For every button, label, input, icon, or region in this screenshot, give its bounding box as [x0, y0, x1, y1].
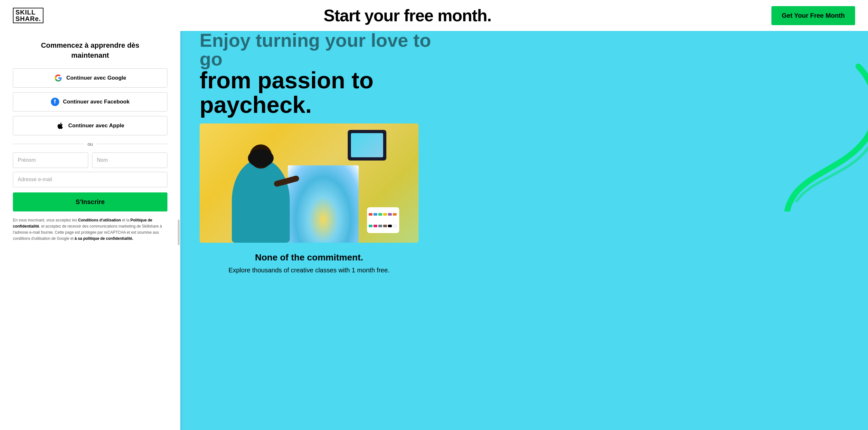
palette-green	[378, 213, 382, 216]
hero-line-bottom: from passion to paycheck.	[199, 68, 431, 117]
hero-line-top: Enjoy turning your love to go	[199, 31, 431, 68]
divider-text: ou	[88, 141, 93, 147]
palette-black	[388, 225, 392, 227]
hero-text: Enjoy turning your love to go from passi…	[199, 31, 431, 117]
palette-pink	[373, 225, 377, 227]
palette-purple	[388, 213, 392, 216]
artist-hair	[248, 149, 274, 167]
paint-palette	[367, 207, 399, 233]
scrollbar[interactable]	[178, 220, 180, 245]
signup-button[interactable]: S'Inscrire	[13, 193, 167, 211]
email-input[interactable]	[13, 172, 167, 187]
logo-line2: SHARe.	[16, 16, 41, 22]
google-btn-label: Continuer avec Google	[66, 75, 126, 81]
divider-line-right	[97, 144, 167, 144]
header: SKILL SHARe. Start your free month. Get …	[0, 0, 868, 31]
palette-grey	[378, 225, 382, 227]
tablet-screen	[351, 133, 383, 157]
palette-red	[369, 213, 373, 216]
commitment-section: None of the commitment. Explore thousand…	[199, 252, 418, 274]
apple-signin-button[interactable]: Continuer avec Apple	[13, 116, 167, 135]
palette-teal	[369, 225, 373, 227]
or-divider: ou	[13, 141, 167, 147]
artist-image	[199, 123, 418, 243]
hero-panel: Enjoy turning your love to go from passi…	[180, 31, 868, 430]
facebook-icon: f	[51, 98, 59, 106]
apple-btn-label: Continuer avec Apple	[68, 122, 124, 129]
legal-text: En vous inscrivant, vous acceptez les Co…	[13, 217, 167, 242]
header-title: Start your free month.	[43, 6, 771, 25]
artist-scene	[199, 123, 418, 243]
tablet-device	[348, 130, 386, 161]
palette-white	[393, 225, 397, 227]
commitment-heading: None of the commitment.	[199, 252, 418, 263]
firstname-input[interactable]	[13, 152, 88, 168]
palette-orange	[393, 213, 397, 216]
name-fields-row	[13, 152, 167, 168]
commitment-subtext: Explore thousands of creative classes wi…	[199, 266, 418, 274]
skillshare-logo: SKILL SHARe.	[13, 8, 43, 23]
apple-icon	[56, 121, 64, 130]
palette-blue	[373, 213, 377, 216]
palette-yellow	[383, 213, 387, 216]
logo-line1: SKILL	[16, 9, 41, 16]
get-free-month-button[interactable]: Get Your Free Month	[771, 6, 855, 25]
lastname-input[interactable]	[92, 152, 167, 168]
palette-brown	[383, 225, 387, 227]
facebook-signin-button[interactable]: f Continuer avec Facebook	[13, 92, 167, 112]
green-swirl-decoration	[762, 50, 868, 211]
google-signin-button[interactable]: Continuer avec Google	[13, 68, 167, 88]
form-heading: Commencez à apprendre dès maintenant	[13, 40, 167, 61]
google-icon	[54, 74, 62, 82]
artist-body	[232, 159, 290, 243]
divider-line-left	[13, 144, 84, 144]
facebook-btn-label: Continuer avec Facebook	[63, 98, 130, 105]
signup-panel: Commencez à apprendre dès maintenant Con…	[0, 31, 180, 430]
main-content: Commencez à apprendre dès maintenant Con…	[0, 31, 868, 430]
